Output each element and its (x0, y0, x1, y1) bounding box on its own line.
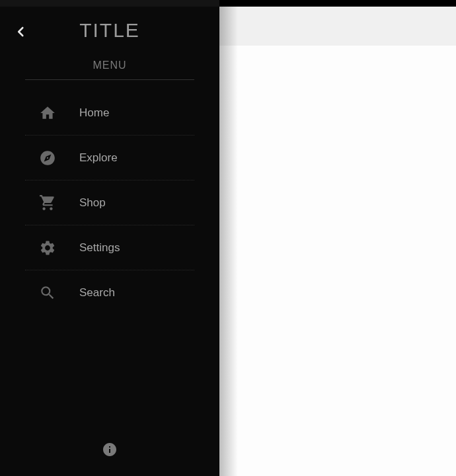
navigation-drawer: TITLE MENU Home Explore Shop (0, 0, 219, 476)
drawer-header: TITLE (0, 7, 219, 54)
drawer-topbar (0, 0, 219, 7)
chevron-left-icon (15, 26, 27, 40)
home-icon (37, 102, 58, 124)
menu-label: MENU (25, 54, 194, 80)
menu-item-label: Shop (79, 196, 106, 210)
menu-item-label: Explore (79, 151, 118, 165)
drawer-footer (0, 442, 219, 476)
menu-item-explore[interactable]: Explore (25, 136, 194, 180)
info-button[interactable] (100, 442, 119, 460)
menu-item-label: Search (79, 286, 115, 299)
menu-item-home[interactable]: Home (25, 91, 194, 136)
menu-item-settings[interactable]: Settings (25, 225, 194, 270)
explore-icon (37, 147, 58, 169)
menu-list: Home Explore Shop Settings (25, 80, 194, 315)
menu-item-shop[interactable]: Shop (25, 180, 194, 225)
menu-item-search[interactable]: Search (25, 270, 194, 315)
search-icon (37, 282, 58, 303)
menu-section: MENU Home Explore Shop (25, 54, 194, 315)
menu-item-label: Settings (79, 241, 120, 255)
cart-icon (37, 192, 58, 214)
menu-item-label: Home (79, 106, 109, 120)
info-icon (102, 442, 118, 460)
back-button[interactable] (12, 24, 30, 42)
drawer-title: TITLE (79, 19, 140, 42)
gear-icon (37, 237, 58, 258)
